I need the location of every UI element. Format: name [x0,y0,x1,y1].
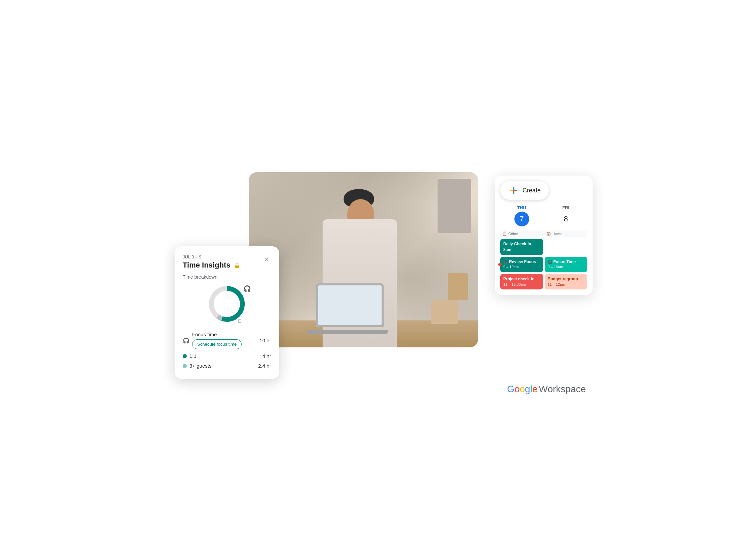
focus-time-label: Focus time [192,331,242,337]
event-focus-time[interactable]: 🎧Focus Time 9 – 10am [545,257,588,272]
google-workspace-logo: Google Workspace [507,384,586,395]
insights-title: Time Insights [183,261,230,270]
event-budget-regroup-title: Budget regroup [548,276,585,282]
google-plus-icon [508,185,519,196]
date-range: JUL 3 – 9 [183,255,241,260]
time-insights-card: JUL 3 – 9 Time Insights 🔒 ✕ Time breakdo… [175,246,279,379]
time-breakdown-label: Time breakdown [183,274,271,280]
event-review-focus-time: 9 – 10am [503,265,540,270]
lightgreen-dot-icon [183,364,187,368]
close-button[interactable]: ✕ [262,255,271,264]
svg-rect-9 [514,190,517,191]
workspace-text: Workspace [539,384,586,395]
shelf-decoration [438,179,471,233]
event-project-checkin[interactable]: Project check-in 11 – 12:30pm [500,274,543,289]
home-icon: 🏠 [546,232,551,236]
event-daily-checkin-title: Daily Check-in, 8am [503,241,540,253]
fri-number: 8 [559,212,573,226]
event-project-checkin-time: 11 – 12:30pm [503,282,540,287]
three-guests-label: 3+ guests [189,363,211,369]
focus-time-col: Focus time Schedule focus time [192,331,242,349]
background-photo [249,172,478,347]
office-icon: 📋 [502,232,507,236]
event-budget-regroup-time: 11 – 12pm [548,282,585,287]
one-on-one-value: 4 hr [262,353,271,359]
square-icon-chart [238,319,241,323]
event-review-focus[interactable]: 🎧Review Focus 9 – 10am [500,257,543,272]
focus-time-value: 10 hr [260,338,271,343]
event-focus-time-time: 9 – 10am [548,265,585,270]
calendar-panel: Create THU 7 FRI 8 📋 Office 🏠 Home [495,176,593,295]
event-budget-regroup[interactable]: Budget regroup 11 – 12pm [545,274,588,289]
fri-column-header: FRI 8 [544,205,587,228]
focus-time-left: 🎧 Focus time Schedule focus time [183,331,242,349]
card-header-left: JUL 3 – 9 Time Insights 🔒 [183,255,241,270]
box-decoration-1 [431,300,458,324]
office-label: Office [508,232,518,236]
thu-column-header: THU 7 [500,205,543,228]
three-guests-value: 2.4 hr [258,363,271,369]
three-guests-left: 3+ guests [183,363,211,369]
green-dot-icon [183,354,187,358]
thu-name: THU [500,205,543,210]
g-blue2: g [525,384,530,394]
donut-chart [207,284,247,324]
g-blue: G [507,384,514,394]
three-guests-row: 3+ guests 2.4 hr [183,361,271,371]
event-daily-checkin[interactable]: Daily Check-in, 8am [500,239,543,255]
focus-time-row: 🎧 Focus time Schedule focus time 10 hr [183,329,271,351]
schedule-focus-button[interactable]: Schedule focus time [192,339,242,349]
office-location: 📋 Office [500,231,543,237]
home-label: Home [552,232,562,236]
day-headers: THU 7 FRI 8 [500,205,587,228]
box-decoration-2 [448,273,468,300]
focus-time-headphone-icon: 🎧 [548,260,552,264]
laptop-screen [318,285,382,325]
one-on-one-row: 1:1 4 hr [183,351,271,361]
headphone-icon-chart: 🎧 [243,285,251,292]
laptop [316,283,384,327]
event-focus-time-title: 🎧Focus Time [548,259,585,265]
g-red: o [514,384,520,394]
event-project-checkin-title: Project check-in [503,276,540,282]
red-dot-indicator [498,263,501,266]
svg-rect-8 [510,190,513,191]
home-location: 🏠 Home [544,231,587,237]
svg-rect-7 [513,191,514,194]
location-row: 📋 Office 🏠 Home [500,231,587,237]
one-on-one-label: 1:1 [189,353,197,359]
svg-rect-6 [513,187,514,190]
close-icon: ✕ [264,256,269,263]
card-header: JUL 3 – 9 Time Insights 🔒 ✕ [183,255,271,270]
create-label: Create [522,187,541,194]
google-logo-text: Google [507,384,537,395]
donut-chart-container: 🎧 [183,284,271,324]
events-grid: Daily Check-in, 8am 🎧Review Focus 9 – 10… [500,239,587,289]
fri-name: FRI [544,205,587,210]
focus-time-icon: 🎧 [183,337,189,344]
thu-number: 7 [514,212,529,226]
lock-icon: 🔒 [233,261,241,269]
create-button[interactable]: Create [500,181,549,200]
event-review-focus-title: 🎧Review Focus [503,259,540,265]
g-red2: e [532,384,538,394]
g-yellow: o [519,384,525,394]
title-row: Time Insights 🔒 [183,261,241,270]
review-focus-headphone-icon: 🎧 [503,260,508,264]
one-on-one-left: 1:1 [183,353,197,359]
laptop-base [307,330,388,334]
